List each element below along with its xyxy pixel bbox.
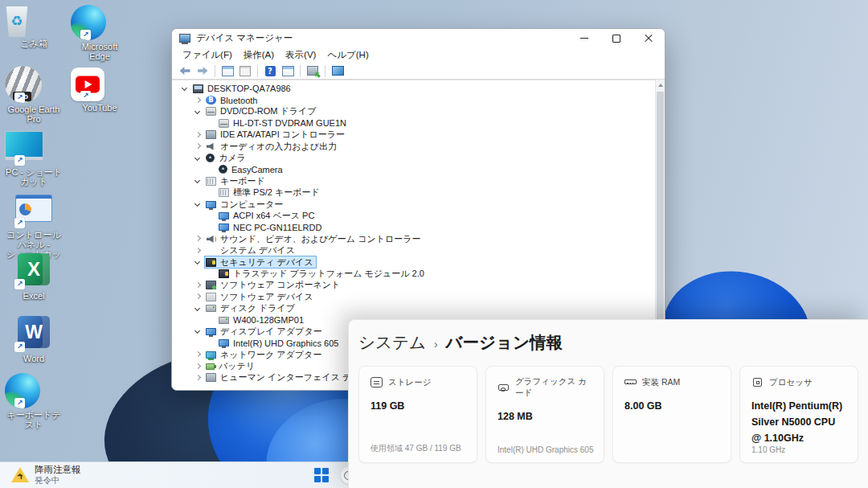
desktop-icon-edge[interactable]: Microsoft Edge	[71, 5, 129, 61]
audio-device-icon	[206, 142, 216, 151]
chevron-expanded-icon[interactable]	[193, 108, 204, 116]
tree-item[interactable]: EasyCamera	[172, 164, 665, 175]
scroll-up-icon[interactable]	[656, 80, 665, 90]
chevron-spacer	[206, 339, 217, 347]
maximize-button[interactable]	[600, 29, 633, 47]
windows-logo-icon	[322, 476, 329, 482]
forward-icon[interactable]	[194, 64, 211, 78]
chevron-collapsed-icon[interactable]	[193, 281, 204, 289]
chevron-collapsed-icon[interactable]	[193, 235, 204, 243]
tree-item[interactable]: IDE ATA/ATAPI コントローラー	[172, 129, 665, 141]
chevron-collapsed-icon[interactable]	[193, 131, 204, 139]
dsp-device-icon	[219, 339, 229, 347]
chevron-expanded-icon[interactable]	[193, 327, 204, 335]
help-icon[interactable]	[262, 64, 278, 78]
chevron-collapsed-icon[interactable]	[193, 247, 204, 255]
chevron-collapsed-icon[interactable]	[193, 96, 204, 105]
google-earth-icon: Pro	[5, 66, 42, 103]
tree-item[interactable]: ACPI x64 ベース PC	[172, 210, 665, 221]
tree-item-label: HL-DT-ST DVDRAM GUE1N	[233, 118, 346, 128]
menu-item[interactable]: ヘルプ(H)	[321, 47, 374, 63]
menu-item[interactable]: ファイル(F)	[177, 47, 238, 63]
youtube-icon	[71, 68, 104, 101]
tree-item-label: 標準 PS/2 キーボード	[233, 187, 320, 199]
tree-item[interactable]: システム デバイス	[172, 244, 665, 256]
weather-widget[interactable]: 降雨注意報 発令中	[11, 465, 81, 485]
tree-item[interactable]: ソフトウェア コンポーネント	[172, 280, 665, 291]
chevron-expanded-icon[interactable]	[180, 84, 191, 92]
chevron-collapsed-icon[interactable]	[193, 363, 204, 371]
tree-item-label: キーボード	[220, 175, 265, 187]
scan-hardware-changes-icon[interactable]	[305, 64, 321, 78]
tree-item[interactable]: DVD/CD-ROM ドライブ	[172, 106, 665, 117]
tree-item[interactable]: NEC PC-GN11ELRDD	[172, 222, 665, 233]
tree-item[interactable]: セキュリティ デバイス	[172, 256, 665, 268]
desktop-icon-recycle[interactable]: ごみ箱	[5, 6, 63, 48]
tree-item-label: トラステッド プラットフォーム モジュール 2.0	[233, 268, 424, 280]
devices-icon[interactable]	[330, 64, 346, 78]
tree-item[interactable]: DESKTOP-QA7A986	[172, 83, 665, 94]
tree-item[interactable]: Bluetooth	[172, 94, 665, 105]
tree-item[interactable]: ディスク ドライブ	[172, 302, 665, 314]
breadcrumb-system[interactable]: システム	[358, 331, 426, 354]
chevron-expanded-icon[interactable]	[193, 177, 204, 185]
desktop-icon-pc[interactable]: PC - ショートカット	[5, 125, 63, 187]
tree-item[interactable]: カメラ	[172, 152, 665, 163]
chevron-collapsed-icon[interactable]	[193, 142, 204, 150]
tree-item-label: ディスク ドライブ	[220, 302, 295, 314]
bt-device-icon	[206, 96, 216, 105]
properties-icon[interactable]	[237, 64, 253, 78]
tree-item-label: IDE ATA/ATAPI コントローラー	[220, 129, 345, 141]
minimize-button[interactable]	[568, 29, 600, 47]
weather-warning-icon	[11, 467, 29, 482]
start-button[interactable]	[314, 468, 329, 482]
console-window-icon[interactable]	[219, 64, 235, 78]
swd-device-icon	[206, 293, 216, 301]
chevron-expanded-icon[interactable]	[193, 154, 204, 162]
tree-item-label: Bluetooth	[220, 96, 257, 105]
chevron-spacer	[206, 211, 217, 219]
menu-item[interactable]: 表示(V)	[280, 47, 321, 63]
chevron-expanded-icon[interactable]	[193, 258, 204, 266]
desktop-icon-excel[interactable]: Excel	[5, 249, 63, 301]
desktop-icon-youtube[interactable]: YouTube	[71, 68, 129, 113]
swc-device-icon	[206, 281, 216, 289]
desktop-icon-kbtest[interactable]: キーボードテスト	[5, 373, 63, 429]
settings-window: システム › バージョン情報 ストレージ119 GB使用領域 47 GB / 1…	[348, 319, 868, 488]
menu-item[interactable]: 操作(A)	[238, 47, 280, 63]
desktop-icon-earth[interactable]: ProGoogle Earth Pro	[5, 66, 63, 124]
breadcrumb: システム › バージョン情報	[358, 331, 868, 354]
tree-item[interactable]: トラステッド プラットフォーム モジュール 2.0	[172, 268, 665, 279]
cpu-icon	[751, 376, 764, 388]
tree-item[interactable]: ソフトウェア デバイス	[172, 291, 665, 302]
ram-icon	[624, 376, 637, 388]
tree-item[interactable]: サウンド、ビデオ、およびゲーム コントローラー	[172, 233, 665, 244]
dvd-device-icon	[219, 119, 229, 128]
close-button[interactable]	[633, 29, 665, 47]
tree-item[interactable]: キーボード	[172, 175, 665, 187]
windows-logo-icon	[314, 468, 321, 474]
scrollbar-thumb[interactable]	[657, 92, 664, 347]
desktop-icon-word[interactable]: Word	[5, 312, 63, 363]
tree-item-label: DVD/CD-ROM ドライブ	[220, 105, 317, 117]
chevron-collapsed-icon[interactable]	[193, 293, 204, 301]
chevron-collapsed-icon[interactable]	[193, 351, 204, 359]
tree-item-label: システム デバイス	[220, 244, 295, 256]
hdd-device-icon	[219, 317, 229, 324]
device-manager-titlebar[interactable]: デバイス マネージャー	[172, 29, 665, 47]
tree-item[interactable]: HL-DT-ST DVDRAM GUE1N	[172, 117, 665, 129]
weather-alert-status: 発令中	[35, 475, 81, 485]
tree-item[interactable]: 標準 PS/2 キーボード	[172, 187, 665, 199]
desktop: ごみ箱Microsoft EdgeProGoogle Earth ProYouT…	[0, 0, 868, 488]
chevron-expanded-icon[interactable]	[193, 200, 204, 208]
chevron-expanded-icon[interactable]	[193, 305, 204, 313]
tree-item[interactable]: オーディオの入力および出力	[172, 141, 665, 152]
spec-card-label: プロセッサ	[769, 377, 813, 388]
pc-device-icon	[193, 84, 203, 93]
chevron-collapsed-icon[interactable]	[193, 374, 204, 382]
back-icon[interactable]	[177, 64, 193, 78]
spec-card-footer: Intel(R) UHD Graphics 605	[497, 445, 593, 454]
tree-item[interactable]: コンピューター	[172, 199, 665, 210]
tree-item-label: オーディオの入力および出力	[220, 141, 337, 153]
console-tree-icon[interactable]	[280, 64, 296, 78]
